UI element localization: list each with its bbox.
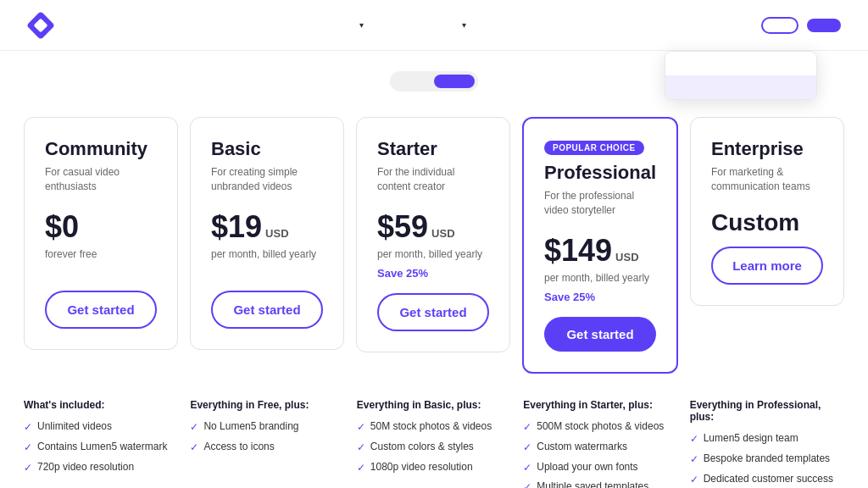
feature-item: ✓ Contains Lumen5 watermark <box>24 440 178 455</box>
plan-price-row: $19 USD <box>211 209 323 245</box>
features-section: What's included: ✓ Unlimited videos ✓ Co… <box>0 399 868 488</box>
plan-price: $19 <box>211 209 262 245</box>
dropdown-resources[interactable] <box>665 52 816 75</box>
feature-label: Multiple saved templates <box>537 480 648 488</box>
feature-label: 50M stock photos & videos <box>370 419 492 434</box>
check-icon: ✓ <box>357 441 365 455</box>
feature-label: No Lumen5 branding <box>203 419 298 434</box>
check-icon: ✓ <box>24 441 32 455</box>
feature-label: Unlimited videos <box>37 419 112 434</box>
feature-label: Access to icons <box>203 440 274 454</box>
feature-label: 500M stock photos & videos <box>537 419 664 434</box>
plan-card-professional: POPULAR CHOICEProfessionalFor the profes… <box>522 117 678 374</box>
plan-card-enterprise: EnterpriseFor marketing & communication … <box>690 117 844 306</box>
plan-usd: USD <box>265 227 288 240</box>
feature-item: ✓ 720p video resolution <box>24 460 178 475</box>
billing-toggle <box>390 71 478 92</box>
features-col-0: What's included: ✓ Unlimited videos ✓ Co… <box>24 399 178 488</box>
plan-cta-professional[interactable]: Get started <box>544 317 656 352</box>
feature-item: ✓ Access to icons <box>190 440 344 455</box>
check-icon: ✓ <box>190 441 198 455</box>
check-icon: ✓ <box>24 461 32 475</box>
features-col-1: Everything in Free, plus: ✓ No Lumen5 br… <box>190 399 344 488</box>
plan-card-community: CommunityFor casual video enthusiasts $0… <box>24 117 178 350</box>
check-icon: ✓ <box>523 420 531 435</box>
features-heading: What's included: <box>24 399 178 411</box>
plan-period: per month, billed yearly <box>544 272 656 284</box>
check-icon: ✓ <box>690 473 698 487</box>
plan-save: Save 25% <box>544 291 656 303</box>
plan-price: $59 <box>377 209 428 245</box>
feature-label: 1080p video resolution <box>370 460 473 474</box>
plan-desc: For the professional video storyteller <box>544 189 656 219</box>
plan-title: Enterprise <box>711 138 823 160</box>
features-heading: Everything in Free, plus: <box>190 399 344 411</box>
plan-title: Basic <box>211 138 323 160</box>
check-icon: ✓ <box>357 461 365 475</box>
feature-label: 720p video resolution <box>37 460 134 474</box>
nav-features[interactable]: ▾ <box>356 20 364 30</box>
plan-price-row: $59 USD <box>377 209 489 245</box>
dropdown-blog[interactable] <box>665 75 816 99</box>
features-heading: Everything in Starter, plus: <box>523 399 677 411</box>
nav-learn[interactable]: ▾ <box>459 20 466 30</box>
billing-monthly[interactable] <box>393 75 434 88</box>
plan-title: Community <box>45 138 157 160</box>
check-icon: ✓ <box>523 441 531 455</box>
plan-period: forever free <box>45 248 157 260</box>
nav-actions <box>761 17 841 34</box>
plan-price-row: $0 <box>45 209 157 245</box>
logo[interactable] <box>27 12 61 39</box>
feature-item: ✓ Custom watermarks <box>523 440 677 455</box>
plan-desc: For marketing & communication teams <box>711 165 823 196</box>
check-icon: ✓ <box>690 452 698 467</box>
feature-label: Custom watermarks <box>537 440 627 454</box>
plan-price: $149 <box>544 233 612 269</box>
check-icon: ✓ <box>690 432 698 446</box>
features-heading: Everything in Professional, plus: <box>690 399 844 423</box>
features-col-4: Everything in Professional, plus: ✓ Lume… <box>690 399 844 488</box>
check-icon: ✓ <box>523 480 531 488</box>
feature-item: ✓ Dedicated customer success <box>690 472 844 487</box>
plan-desc: For casual video enthusiasts <box>45 165 157 196</box>
feature-item: ✓ 50M stock photos & videos <box>357 419 511 435</box>
plan-cta-basic[interactable]: Get started <box>211 291 323 329</box>
signup-button[interactable] <box>807 19 841 32</box>
check-icon: ✓ <box>190 420 198 435</box>
feature-item: ✓ Lumen5 design team <box>690 431 844 446</box>
feature-label: Upload your own fonts <box>537 460 637 474</box>
feature-label: Lumen5 design team <box>704 431 798 446</box>
login-button[interactable] <box>761 17 798 34</box>
feature-item: ✓ 500M stock photos & videos <box>523 419 677 435</box>
plan-price-row: $149 USD <box>544 233 656 269</box>
feature-item: ✓ Upload your own fonts <box>523 460 677 475</box>
features-heading: Everything in Basic, plus: <box>357 399 511 411</box>
feature-label: Bespoke branded templates <box>704 452 830 466</box>
feature-item: ✓ Multiple saved templates <box>523 480 677 488</box>
plan-cta-starter[interactable]: Get started <box>377 293 489 331</box>
learn-dropdown <box>665 51 817 100</box>
features-col-3: Everything in Starter, plus: ✓ 500M stoc… <box>523 399 677 488</box>
billing-yearly[interactable] <box>434 75 475 88</box>
plan-price-row: Custom <box>711 209 823 236</box>
feature-label: Custom colors & styles <box>370 440 474 454</box>
plan-title: Starter <box>377 138 489 160</box>
plan-card-starter: StarterFor the individual content creato… <box>356 117 510 352</box>
plan-cta-enterprise[interactable]: Learn more <box>711 247 823 285</box>
plan-period: per month, billed yearly <box>377 248 489 260</box>
feature-item: ✓ Bespoke branded templates <box>690 452 844 467</box>
feature-label: Contains Lumen5 watermark <box>37 440 167 454</box>
check-icon: ✓ <box>24 420 32 435</box>
feature-item: ✓ Unlimited videos <box>24 419 178 435</box>
pricing-grid: CommunityFor casual video enthusiasts $0… <box>0 108 868 399</box>
check-icon: ✓ <box>357 420 365 435</box>
navbar: ▾ ▾ <box>0 0 868 51</box>
plan-price: Custom <box>711 209 799 236</box>
feature-item: ✓ No Lumen5 branding <box>190 419 344 435</box>
features-col-2: Everything in Basic, plus: ✓ 50M stock p… <box>357 399 511 488</box>
feature-label: Dedicated customer success <box>704 472 833 486</box>
plan-period: per month, billed yearly <box>211 248 323 260</box>
check-icon: ✓ <box>523 461 531 475</box>
plan-cta-community[interactable]: Get started <box>45 291 157 329</box>
plan-title: Professional <box>544 162 656 184</box>
